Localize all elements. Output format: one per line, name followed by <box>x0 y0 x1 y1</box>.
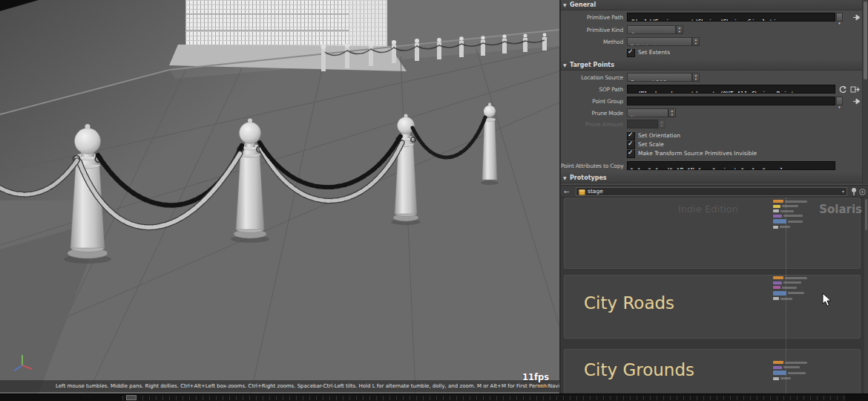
checkbox-label: Set Orientation <box>638 131 680 140</box>
node-label-text <box>785 277 807 279</box>
sop-path-field[interactable]: ../Blockers/sopnet/create/OUT_All_Chains… <box>627 85 835 94</box>
timeline-playhead[interactable] <box>126 395 137 400</box>
timeline-bar[interactable] <box>0 394 868 401</box>
collapse-icon[interactable]: ▼ <box>563 173 567 183</box>
param-label: Prune Amount <box>561 120 623 129</box>
network-node[interactable] <box>773 205 780 208</box>
chevron-down-icon[interactable]: ▾ <box>842 188 844 195</box>
param-label: Location Source <box>561 73 623 82</box>
collapse-icon[interactable]: ▼ <box>563 60 567 70</box>
param-row-make-invisible: ✓ Make Transform Source Primitives Invis… <box>561 149 868 159</box>
primitive-kind-dropdown[interactable]: Group <box>627 25 676 34</box>
parameters-scrollbar[interactable] <box>862 0 868 184</box>
spin-down-icon: ▾ <box>693 77 699 81</box>
back-arrow-icon[interactable]: ← <box>564 187 570 196</box>
checkmark-icon: ✓ <box>628 140 634 147</box>
checkmark-icon: ✓ <box>628 48 634 55</box>
node-cluster <box>773 200 840 230</box>
group-menu-button[interactable]: ▾ <box>836 97 843 105</box>
network-node[interactable] <box>773 200 783 203</box>
section-title: Prototypes <box>570 173 607 183</box>
set-extents-checkbox[interactable]: ✓ <box>627 49 635 57</box>
network-node[interactable] <box>773 219 786 224</box>
network-overview-icon[interactable] <box>859 189 866 195</box>
method-dropdown[interactable]: Point Instancer <box>627 37 692 46</box>
network-node[interactable] <box>773 226 778 229</box>
stage-icon <box>579 189 585 195</box>
node-label-text <box>780 210 794 212</box>
pin-icon[interactable] <box>850 187 858 196</box>
point-group-field[interactable] <box>627 97 835 105</box>
param-row-prune-amount: Prune Amount ▴▾ <box>561 120 868 129</box>
indie-watermark: Indie <box>537 383 549 389</box>
network-path-bar[interactable]: stage ▾ <box>576 187 847 196</box>
node-cluster <box>773 361 840 382</box>
network-toolbar: ← stage ▾ <box>561 185 868 198</box>
param-label: Point Attributes to Copy <box>561 161 623 171</box>
collapse-icon[interactable]: ▼ <box>563 0 567 10</box>
select-group-icon[interactable] <box>852 97 861 105</box>
spin-down-icon: ▾ <box>693 42 699 45</box>
node-label-text <box>788 221 803 223</box>
path-menu-button[interactable]: ▾ <box>836 13 843 22</box>
viewport-scene <box>0 0 559 394</box>
primitive-kind-spinner[interactable]: ▴▾ <box>676 25 683 34</box>
make-transform-invisible-checkbox[interactable]: ✓ <box>627 150 635 158</box>
network-node[interactable] <box>773 215 782 218</box>
section-header-general[interactable]: ▼ General <box>561 0 868 10</box>
scrollbar-thumb[interactable] <box>864 1 867 79</box>
viewport-help-bar: Left mouse tumbles. Middle pans. Right d… <box>0 380 559 392</box>
network-editor[interactable]: City Roads City Grounds Indie Edition So… <box>561 198 868 394</box>
checkmark-icon: ✓ <box>628 149 634 156</box>
node-label-text <box>783 215 803 217</box>
location-source-spinner[interactable]: ▴▾ <box>692 73 700 82</box>
network-node[interactable] <box>773 281 782 284</box>
fps-counter: 11fps <box>522 372 549 382</box>
network-node[interactable] <box>773 209 779 212</box>
param-label: Primitive Path <box>561 13 623 22</box>
node-label-text <box>780 226 790 228</box>
network-scrollbar[interactable] <box>864 198 868 394</box>
op-chooser-icon[interactable] <box>850 85 860 94</box>
method-spinner[interactable]: ▴▾ <box>692 37 700 46</box>
network-node[interactable] <box>773 361 783 364</box>
network-node[interactable] <box>773 366 782 369</box>
network-node[interactable] <box>773 297 779 300</box>
checkmark-icon: ✓ <box>628 131 634 138</box>
checkbox-label: Set Extents <box>638 48 670 57</box>
param-label: SOP Path <box>561 85 623 94</box>
prune-mode-dropdown[interactable]: None <box>627 108 668 117</box>
primitive-path-field[interactable]: /World/Environment/Chains/Chains_Simulat… <box>627 13 835 22</box>
node-label-text <box>783 281 801 284</box>
spin-down-icon: ▾ <box>677 30 683 33</box>
timeline-ticks[interactable] <box>122 396 846 400</box>
param-label: Prune Mode <box>561 108 623 118</box>
network-node[interactable] <box>773 371 786 375</box>
param-row-primitive-kind: Primitive Kind Group ▴▾ <box>561 25 868 35</box>
param-row-prune-mode: Prune Mode None ▴▾ <box>561 108 868 118</box>
timeline-left-cap <box>0 394 122 401</box>
param-label: Method <box>561 37 623 47</box>
prune-mode-spinner[interactable]: ▴▾ <box>668 108 676 117</box>
network-node[interactable] <box>773 276 783 279</box>
node-label-text <box>788 292 804 294</box>
section-header-prototypes[interactable]: ▼ Prototypes <box>561 173 868 183</box>
param-row-sop-path: SOP Path ../Blockers/sopnet/create/OUT_A… <box>561 85 868 94</box>
timeline-right-cap <box>846 394 868 401</box>
param-label: Point Group <box>561 97 623 106</box>
node-label-text <box>782 287 797 289</box>
point-attributes-field[interactable]: * ^__* ^usd* ^P ^N ^up ^orient ^v ^w *ac… <box>627 161 835 170</box>
reselect-node-icon[interactable] <box>838 85 847 94</box>
network-node[interactable] <box>773 286 780 289</box>
checkbox-label: Set Scale <box>638 140 664 149</box>
network-node[interactable] <box>773 377 779 380</box>
viewport-3d[interactable]: Left mouse tumbles. Middle pans. Right d… <box>0 0 559 394</box>
prune-amount-spinner: ▴▾ <box>658 120 665 128</box>
scrollbar-thumb[interactable] <box>865 199 867 230</box>
network-node[interactable] <box>773 291 786 296</box>
param-row-method: Method Point Instancer ▴▾ <box>561 37 868 47</box>
section-header-target-points[interactable]: ▼ Target Points <box>561 60 868 71</box>
node-label-text <box>782 205 798 207</box>
location-source-dropdown[interactable]: External SOP <box>627 73 692 82</box>
select-primitive-icon[interactable] <box>852 13 861 22</box>
